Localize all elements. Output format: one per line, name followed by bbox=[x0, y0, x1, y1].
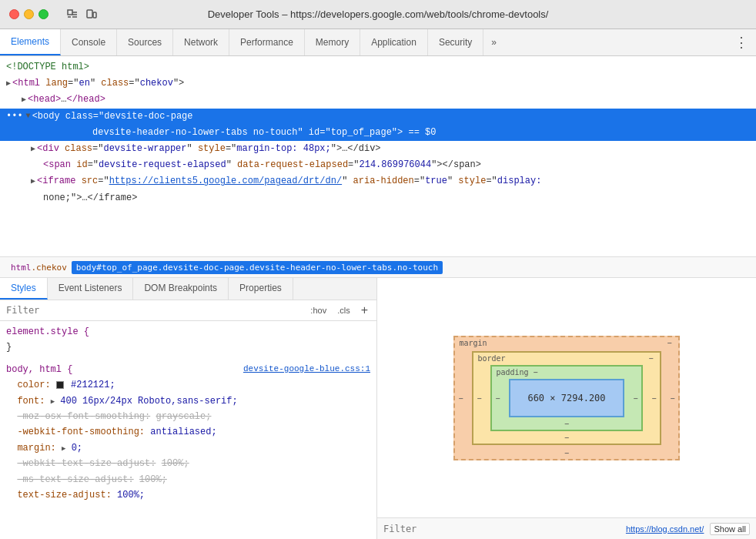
tab-bar: Elements Console Sources Network Perform… bbox=[0, 29, 756, 56]
tab-properties[interactable]: Properties bbox=[229, 278, 293, 300]
border-dash-bottom: − bbox=[564, 434, 569, 442]
padding-label: padding − bbox=[496, 368, 537, 377]
svg-rect-0 bbox=[68, 10, 72, 15]
css-file-link[interactable]: devsite-google-blue.css:1 bbox=[243, 362, 370, 377]
breadcrumb-bar: html.chekov body#top_of_page.devsite-doc… bbox=[0, 256, 756, 278]
bottom-filter-input[interactable] bbox=[383, 524, 620, 534]
dom-line-div[interactable]: <div class="devsite-wrapper" style="marg… bbox=[0, 141, 756, 157]
bottom-panel: Styles Event Listeners DOM Breakpoints P… bbox=[0, 278, 756, 539]
dom-line-html[interactable]: <html lang="en" class="chekov"> bbox=[0, 75, 756, 92]
tab-memory[interactable]: Memory bbox=[305, 29, 360, 55]
box-model-panel: margin − − − − border − − − − bbox=[377, 278, 756, 539]
tab-elements[interactable]: Elements bbox=[0, 29, 61, 55]
more-tabs-button[interactable]: » bbox=[483, 29, 504, 55]
kebab-menu-button[interactable]: ⋮ bbox=[727, 29, 756, 55]
margin-label: margin bbox=[459, 339, 487, 347]
tab-performance[interactable]: Performance bbox=[229, 29, 305, 55]
tab-application[interactable]: Application bbox=[360, 29, 428, 55]
padding-dash-right: − bbox=[634, 393, 638, 402]
breadcrumb-html[interactable]: html.chekov bbox=[6, 261, 72, 274]
box-content: 660 × 7294.200 bbox=[509, 379, 624, 417]
tab-console[interactable]: Console bbox=[61, 29, 117, 55]
styles-tabs: Styles Event Listeners DOM Breakpoints P… bbox=[0, 278, 376, 300]
dom-line-iframe[interactable]: <iframe src="https://clients5.google.com… bbox=[0, 173, 756, 189]
dom-line-span[interactable]: <span id="devsite-request-elapsed" data-… bbox=[0, 157, 756, 173]
add-rule-button[interactable]: + bbox=[359, 303, 370, 317]
css-rule-body-html: body, html { devsite-google-blue.css:1 c… bbox=[6, 362, 370, 504]
dom-line-head[interactable]: <head>…</head> bbox=[0, 92, 756, 108]
margin-dash-bottom: − bbox=[564, 449, 569, 457]
inspect-icon[interactable] bbox=[65, 8, 79, 22]
css-rule-element-style: element.style { } bbox=[6, 324, 370, 356]
box-margin: margin − − − − border − − − − bbox=[453, 336, 679, 460]
margin-dash-left: − bbox=[458, 393, 463, 402]
box-model: margin − − − − border − − − − bbox=[453, 336, 679, 460]
tab-dom-breakpoints[interactable]: DOM Breakpoints bbox=[133, 278, 229, 300]
minimize-button[interactable] bbox=[24, 9, 34, 19]
border-dash-top-right: − bbox=[649, 354, 654, 363]
svg-rect-6 bbox=[93, 12, 96, 18]
collapse-icon[interactable] bbox=[31, 143, 35, 156]
content-size: 660 × 7294.200 bbox=[527, 393, 605, 403]
border-dash-right: − bbox=[652, 393, 657, 402]
dom-line-doctype: <!DOCTYPE html> bbox=[0, 59, 756, 75]
color-swatch[interactable] bbox=[56, 381, 64, 389]
box-model-container: margin − − − − border − − − − bbox=[377, 278, 756, 517]
margin-dash-top-right: − bbox=[667, 339, 672, 347]
title-bar-left-icons bbox=[58, 8, 105, 22]
dom-line-body[interactable]: ••• <body class="devsite-doc-page bbox=[0, 109, 756, 125]
device-icon[interactable] bbox=[84, 8, 98, 22]
traffic-lights bbox=[0, 9, 58, 19]
collapse-icon[interactable] bbox=[6, 78, 11, 90]
margin-dash-right: − bbox=[671, 393, 675, 402]
tabs: Elements Console Sources Network Perform… bbox=[0, 29, 727, 55]
dom-line-iframe-cont: none;">…</iframe> bbox=[0, 190, 756, 206]
box-border: border − − − − padding − − − − bbox=[472, 351, 661, 445]
dom-line-body-attrs: devsite-header-no-lower-tabs no-touch" i… bbox=[0, 125, 756, 141]
svg-rect-5 bbox=[87, 10, 92, 18]
triangle-icon[interactable]: ▶ bbox=[51, 398, 55, 406]
tab-sources[interactable]: Sources bbox=[117, 29, 173, 55]
hov-button[interactable]: :hov bbox=[308, 305, 329, 316]
devtools-container: Elements Console Sources Network Perform… bbox=[0, 29, 756, 539]
breadcrumb-body[interactable]: body#top_of_page.devsite-doc-page.devsit… bbox=[72, 261, 443, 274]
css-rules: element.style { } body, html { devsite-g… bbox=[0, 321, 376, 539]
padding-dash-left: − bbox=[495, 393, 500, 402]
tab-security[interactable]: Security bbox=[428, 29, 483, 55]
styles-filter-input[interactable] bbox=[6, 305, 302, 316]
box-padding: padding − − − − 660 × 7294.200 bbox=[490, 365, 642, 431]
maximize-button[interactable] bbox=[38, 9, 49, 19]
show-all-button[interactable]: Show all bbox=[710, 523, 750, 535]
dom-viewer: <!DOCTYPE html> <html lang="en" class="c… bbox=[0, 56, 756, 256]
title-bar: Developer Tools – https://developers.goo… bbox=[0, 0, 756, 29]
bottom-filter-bar: https://blog.csdn.net/ Show all bbox=[377, 517, 756, 539]
border-label: border bbox=[477, 354, 505, 363]
border-dash-left: − bbox=[477, 393, 481, 402]
tab-styles[interactable]: Styles bbox=[0, 278, 48, 300]
padding-dash-bottom: − bbox=[564, 420, 569, 428]
tab-event-listeners[interactable]: Event Listeners bbox=[48, 278, 134, 300]
collapse-icon[interactable] bbox=[31, 176, 35, 188]
close-button[interactable] bbox=[9, 9, 19, 19]
blog-link[interactable]: https://blog.csdn.net/ bbox=[626, 524, 704, 534]
triangle-icon[interactable]: ▶ bbox=[62, 445, 65, 453]
window-title: Developer Tools – https://developers.goo… bbox=[208, 8, 549, 20]
collapse-icon[interactable] bbox=[22, 94, 26, 106]
cls-button[interactable]: .cls bbox=[335, 305, 353, 316]
styles-panel: Styles Event Listeners DOM Breakpoints P… bbox=[0, 278, 377, 539]
collapse-icon[interactable] bbox=[26, 110, 31, 122]
styles-filter-bar: :hov .cls + bbox=[0, 300, 376, 321]
tab-network[interactable]: Network bbox=[173, 29, 229, 55]
